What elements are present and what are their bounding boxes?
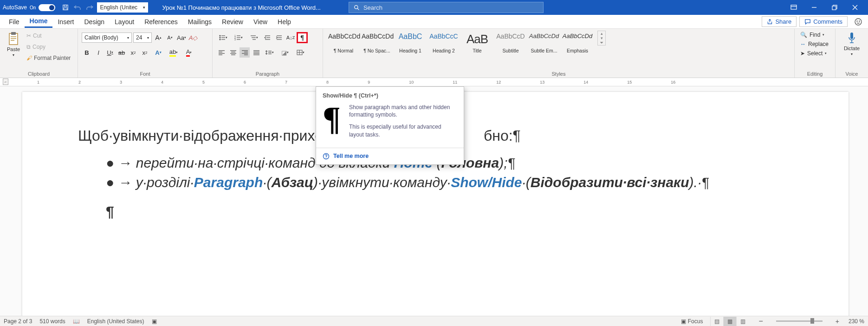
tab-help[interactable]: Help (272, 16, 296, 27)
focus-mode-button[interactable]: ▣ Focus (681, 318, 703, 325)
close-button[interactable] (845, 0, 865, 14)
zoom-level[interactable]: 230 % (849, 318, 864, 325)
clear-formatting-button[interactable]: A◇ (188, 33, 198, 43)
tab-references[interactable]: References (139, 16, 183, 27)
svg-rect-15 (11, 32, 16, 35)
zoom-in-button[interactable]: + (834, 318, 841, 325)
document-area[interactable]: Щоб·увімкнути·відображення·прихс бно:¶ ●… (0, 86, 868, 318)
tab-review[interactable]: Review (217, 16, 248, 27)
word-count[interactable]: 510 words (39, 318, 65, 325)
styles-gallery[interactable]: AaBbCcDd¶ NormalAaBbCcDd¶ No Spac...AaBb… (327, 31, 594, 56)
language-selector[interactable]: English (Unitec ▾ (97, 2, 148, 13)
decrease-indent-button[interactable] (262, 33, 272, 43)
ribbon-display-options-icon[interactable] (784, 0, 804, 14)
justify-button[interactable] (251, 47, 261, 58)
grow-font-button[interactable]: A▴ (153, 33, 163, 43)
group-font: Calibri (Body)▾ 24▾ A▴ A▾ Aa▾ A◇ B I U▾ … (78, 29, 213, 78)
shrink-font-button[interactable]: A▾ (165, 33, 175, 43)
copy-button[interactable]: ⧉Copy (25, 42, 72, 52)
replace-button[interactable]: ↔Replace (798, 40, 830, 48)
bullets-button[interactable]: ▾ (216, 33, 230, 43)
style--no-spac-[interactable]: AaBbCcDd¶ No Spac... (360, 31, 394, 56)
search-icon: 🔍 (800, 32, 807, 38)
text-effects-button[interactable]: A▾ (151, 47, 165, 58)
styles-more-button[interactable]: ▴▾⏷ (597, 31, 606, 46)
comments-button[interactable]: Comments (799, 16, 848, 27)
read-mode-button[interactable]: ▤ (710, 317, 723, 326)
svg-text:3: 3 (234, 38, 236, 40)
feedback-smiley-icon[interactable] (852, 16, 864, 28)
superscript-button[interactable]: x2 (140, 47, 150, 58)
font-size-selector[interactable]: 24▾ (133, 33, 152, 43)
underline-button[interactable]: U▾ (105, 47, 115, 58)
autosave-toggle[interactable]: AutoSave On (3, 4, 55, 11)
style-emphasis[interactable]: AaBbCcDdEmphasis (561, 31, 594, 56)
page-indicator[interactable]: Page 2 of 3 (4, 318, 32, 325)
tab-layout[interactable]: Layout (110, 16, 139, 27)
minimize-button[interactable] (804, 0, 824, 14)
spellcheck-icon[interactable]: 📖 (73, 318, 80, 325)
print-layout-button[interactable]: ▦ (723, 317, 736, 326)
paste-button[interactable]: Paste ▾ (4, 31, 23, 58)
redo-icon[interactable] (86, 4, 93, 11)
language-selector-text: English (Unitec (100, 4, 137, 11)
strikethrough-button[interactable]: ab (117, 47, 127, 58)
sort-button[interactable]: A↓Z (285, 33, 296, 43)
borders-button[interactable]: ▾ (293, 47, 307, 58)
group-paragraph: ▾ 123▾ ▾ A↓Z ¶ ▾ ◪▾ ▾ Paragraph (213, 29, 323, 78)
show-hide-button[interactable]: ¶ (297, 33, 307, 43)
font-color-button[interactable]: A▾ (182, 47, 196, 58)
style-heading-2[interactable]: AaBbCcCHeading 2 (427, 31, 460, 56)
style-subtle-em-[interactable]: AaBbCcDdSubtle Em... (527, 31, 561, 56)
macro-indicator-icon[interactable]: ▣ (152, 318, 157, 325)
tab-insert[interactable]: Insert (52, 16, 79, 27)
tab-selector-icon[interactable]: ⌐ (3, 78, 8, 85)
save-icon[interactable] (62, 4, 69, 11)
multilevel-list-button[interactable]: ▾ (247, 33, 261, 43)
line-spacing-button[interactable]: ▾ (263, 47, 277, 58)
cut-button[interactable]: ✂Cut (25, 31, 72, 41)
ruler[interactable]: ⌐ 12345678910111213141516 (0, 78, 868, 86)
tab-file[interactable]: File (4, 16, 25, 27)
zoom-slider[interactable] (776, 320, 823, 322)
svg-rect-17 (11, 38, 16, 39)
tooltip-tell-me-more[interactable]: Tell me more (316, 148, 464, 164)
undo-icon[interactable] (74, 4, 81, 11)
maximize-button[interactable] (824, 0, 845, 14)
share-button[interactable]: Share (762, 16, 797, 27)
numbering-button[interactable]: 123▾ (232, 33, 246, 43)
autosave-switch[interactable] (39, 4, 55, 11)
style-preview: AaBbCcDd (328, 33, 359, 39)
view-buttons: ▤ ▦ ▥ (710, 317, 749, 326)
align-right-button[interactable] (240, 47, 250, 58)
bold-button[interactable]: B (82, 47, 92, 58)
clipboard-icon (7, 32, 19, 46)
highlight-color-button[interactable]: ab▾ (167, 47, 181, 58)
tab-view[interactable]: View (248, 16, 272, 27)
tab-design[interactable]: Design (79, 16, 110, 27)
shading-button[interactable]: ◪▾ (278, 47, 292, 58)
select-button[interactable]: ➤Select▾ (798, 49, 830, 58)
tab-mailings[interactable]: Mailings (183, 16, 217, 27)
style-title[interactable]: AaBTitle (460, 31, 494, 56)
style-heading-1[interactable]: AaBbCHeading 1 (394, 31, 427, 56)
web-layout-button[interactable]: ▥ (736, 317, 749, 326)
search-box[interactable]: Search (349, 2, 544, 13)
zoom-thumb[interactable] (810, 318, 814, 324)
language-indicator[interactable]: English (United States) (87, 318, 144, 325)
align-center-button[interactable] (228, 47, 238, 58)
style-subtitle[interactable]: AaBbCcDSubtitle (494, 31, 527, 56)
style--normal[interactable]: AaBbCcDd¶ Normal (327, 31, 360, 56)
change-case-button[interactable]: Aa▾ (176, 33, 187, 43)
increase-indent-button[interactable] (274, 33, 284, 43)
zoom-out-button[interactable]: − (757, 317, 764, 326)
group-editing: 🔍Find▾ ↔Replace ➤Select▾ Editing (795, 29, 836, 78)
italic-button[interactable]: I (93, 47, 104, 58)
dictate-button[interactable]: Dictate ▾ (842, 31, 862, 57)
format-painter-button[interactable]: 🖌Format Painter (25, 53, 72, 63)
align-left-button[interactable] (216, 47, 227, 58)
tab-home[interactable]: Home (25, 15, 53, 28)
font-name-selector[interactable]: Calibri (Body)▾ (82, 33, 132, 43)
subscript-button[interactable]: x2 (128, 47, 138, 58)
find-button[interactable]: 🔍Find▾ (798, 31, 830, 39)
